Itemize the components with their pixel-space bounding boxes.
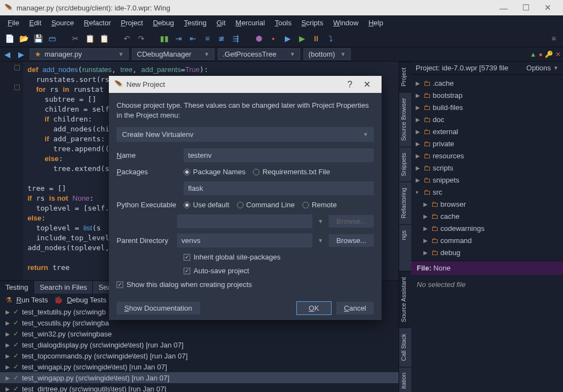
indent-icon[interactable]: ⇥: [174, 34, 184, 43]
menu-testing[interactable]: Testing: [180, 17, 211, 29]
menu-refactor[interactable]: Refactor: [80, 17, 115, 29]
show-dialog-checkbox[interactable]: ✓Show this dialog when creating projects: [117, 280, 374, 289]
redo-icon[interactable]: ↷: [136, 34, 146, 43]
tree-node[interactable]: ▶🗀build-files: [411, 101, 563, 113]
options-chev-icon[interactable]: ▼: [553, 65, 559, 71]
save-all-icon[interactable]: 🗃: [47, 34, 57, 43]
menu-source[interactable]: Source: [47, 17, 78, 29]
menu-debug[interactable]: Debug: [148, 17, 178, 29]
menu-file[interactable]: File: [3, 17, 24, 29]
tab-search-in-files[interactable]: Search in Files: [34, 281, 93, 294]
stop-icon[interactable]: ▪: [268, 34, 278, 43]
test-row[interactable]: ▶✓test_win32.py (src\wingbase: [0, 328, 399, 339]
python-icon[interactable]: ⬢: [254, 34, 264, 43]
comment-icon[interactable]: ≡: [202, 34, 212, 43]
radio-package-names[interactable]: Package Names: [184, 168, 245, 176]
menu-scripts[interactable]: Scripts: [297, 17, 328, 29]
tab-testing[interactable]: Testing: [0, 281, 34, 294]
vtab-itation[interactable]: itation: [399, 367, 411, 392]
parent-dir-input[interactable]: [177, 234, 312, 247]
inherit-checkbox[interactable]: ✓Inherit global site-packages: [184, 253, 280, 261]
paste-icon[interactable]: 📋: [99, 34, 109, 43]
menu-icon[interactable]: ≡: [549, 34, 559, 43]
vtab-ngs[interactable]: ngs: [399, 224, 411, 246]
browse-parent-button[interactable]: Browse...: [329, 234, 374, 247]
menu-window[interactable]: Window: [329, 17, 363, 29]
chev-down-icon[interactable]: ▼: [318, 238, 323, 244]
tree-node[interactable]: ▶🗀command: [411, 234, 563, 246]
uncomment-icon[interactable]: ≢: [217, 34, 227, 43]
scope-combo[interactable]: (bottom) ▼: [303, 48, 351, 60]
tree-node[interactable]: ▶🗀.cache: [411, 77, 563, 89]
debug-tests-button[interactable]: Debug Tests: [67, 296, 107, 304]
nav-fwd-icon[interactable]: ▶: [16, 50, 26, 59]
test-row[interactable]: ▶✓test_wingapp.py (src\wingide\test) [ru…: [0, 372, 399, 383]
maximize-button[interactable]: ☐: [515, 3, 537, 13]
vtab-refactoring[interactable]: Refactoring: [399, 181, 411, 224]
class-combo[interactable]: CDebugManager ▼: [132, 48, 214, 60]
menu-tools[interactable]: Tools: [271, 17, 296, 29]
autosave-checkbox[interactable]: ✓Auto-save project: [184, 267, 249, 275]
project-type-combo[interactable]: Create New Virtualenv ▼: [117, 127, 374, 142]
pause-icon[interactable]: ⏸: [311, 34, 321, 43]
options-link[interactable]: Options: [526, 64, 551, 72]
python-exec-input[interactable]: [177, 214, 312, 228]
tree-node[interactable]: ▶🗀resources: [411, 150, 563, 162]
menu-edit[interactable]: Edit: [25, 17, 46, 29]
run-tests-button[interactable]: Run Tests: [16, 296, 48, 304]
tree-node[interactable]: ▾🗀src: [411, 186, 563, 198]
test-row[interactable]: ▶✓test_wingapi.py (src\wingide\test) [ru…: [0, 361, 399, 372]
menu-help[interactable]: Help: [364, 17, 388, 29]
format-icon[interactable]: ⇶: [231, 34, 241, 43]
tree-node[interactable]: ▶🗀codewarnings: [411, 222, 563, 234]
outdent-icon[interactable]: ⇤: [188, 34, 198, 43]
radio-command-line[interactable]: Command Line: [237, 201, 295, 209]
menu-mercurial[interactable]: Mercurial: [231, 17, 269, 29]
tree-node[interactable]: ▶🗀doc: [411, 113, 563, 125]
test-row[interactable]: ▶✓test_dirtree.py (src\wingutils\test) […: [0, 383, 399, 392]
tree-node[interactable]: ▶🗀scripts: [411, 162, 563, 174]
undo-icon[interactable]: ↶: [122, 34, 132, 43]
tree-node[interactable]: ▶🗀debug: [411, 246, 563, 258]
lock-icon[interactable]: 🔑: [545, 51, 553, 58]
vtab-source-assistant[interactable]: Source Assistant: [399, 271, 411, 328]
new-file-icon[interactable]: 📄: [4, 34, 14, 43]
tree-node[interactable]: ▶🗀cache: [411, 210, 563, 222]
packages-input[interactable]: [184, 181, 374, 195]
radio-use-default[interactable]: Use default: [184, 201, 229, 209]
tree-node[interactable]: ▶🗀bootstrap: [411, 89, 563, 101]
open-icon[interactable]: 📂: [19, 34, 29, 43]
minimize-button[interactable]: —: [493, 3, 515, 13]
menu-git[interactable]: Git: [212, 17, 230, 29]
test-row[interactable]: ▶✓test_dialogdisplay.py (src\wingide\tes…: [0, 339, 399, 350]
nav-back-icon[interactable]: ◀: [2, 50, 13, 59]
vtab-project[interactable]: Project: [399, 62, 411, 92]
tree-node[interactable]: ▶🗀snippets: [411, 174, 563, 186]
vtab-snippets[interactable]: Snippets: [399, 147, 411, 182]
menu-project[interactable]: Project: [117, 17, 147, 29]
close-button[interactable]: ✕: [537, 3, 559, 13]
run-icon[interactable]: ▶: [297, 34, 307, 43]
tree-node[interactable]: ▶🗀external: [411, 125, 563, 137]
save-icon[interactable]: 💾: [33, 34, 43, 43]
vtab-source-browser[interactable]: Source Browser: [399, 92, 411, 146]
radio-remote[interactable]: Remote: [302, 201, 337, 209]
tree-node[interactable]: ▶🗀browser: [411, 198, 563, 210]
ok-button[interactable]: OK: [297, 302, 330, 314]
close-tab-icon[interactable]: ✕: [555, 51, 561, 58]
debug-icon[interactable]: ▶: [283, 34, 292, 43]
test-row[interactable]: ▶✓test_topcommands.py (src\wingide\test)…: [0, 350, 399, 361]
name-input[interactable]: [184, 148, 374, 162]
chev-down-icon[interactable]: ▼: [318, 218, 323, 224]
graph-icon[interactable]: ▮▮: [159, 34, 169, 43]
cancel-button[interactable]: Cancel: [336, 302, 374, 314]
vtab-call-stack[interactable]: Call Stack: [399, 328, 411, 367]
cut-icon[interactable]: ✂: [70, 34, 80, 43]
show-doc-button[interactable]: Show Documentation: [117, 302, 200, 314]
method-combo[interactable]: .GetProcessTree ▼: [218, 48, 300, 60]
radio-requirements[interactable]: Requirements.txt File: [253, 168, 330, 176]
dialog-close-icon[interactable]: ✕: [358, 79, 376, 90]
step-icon[interactable]: ⤵: [325, 34, 335, 43]
tree-node[interactable]: ▶🗀private: [411, 137, 563, 150]
copy-icon[interactable]: 📋: [85, 34, 95, 43]
